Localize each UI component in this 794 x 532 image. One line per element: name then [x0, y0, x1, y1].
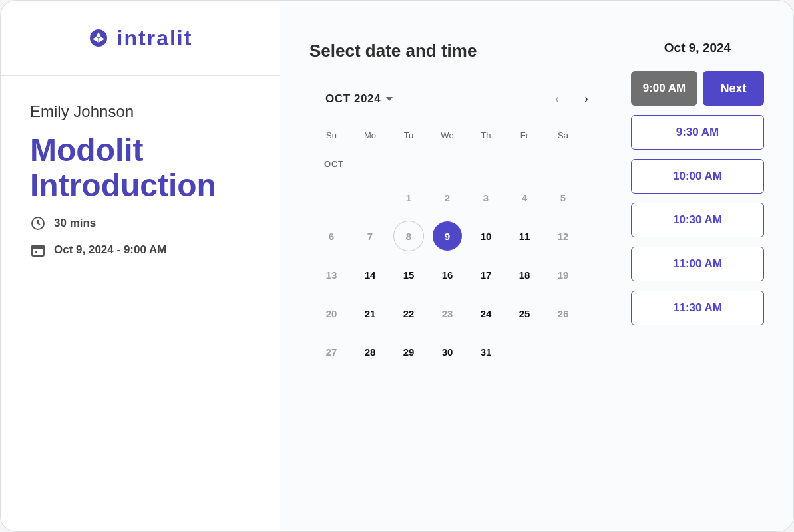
event-duration-row: 30 mins: [30, 215, 250, 231]
event-title: Modolit Introduction: [30, 133, 250, 203]
calendar-day: 2: [428, 178, 467, 217]
calendar-day[interactable]: 16: [428, 255, 467, 294]
month-label: OCT 2024: [325, 92, 381, 106]
host-name: Emily Johnson: [30, 102, 250, 121]
next-button[interactable]: Next: [703, 71, 764, 106]
calendar-nav: ‹ ›: [546, 88, 598, 110]
event-sidebar: intralit Emily Johnson Modolit Introduct…: [1, 1, 280, 531]
calendar-day[interactable]: 15: [389, 255, 428, 294]
timeslot-row: 10:00 AM: [631, 159, 764, 194]
calendar-day[interactable]: 17: [467, 255, 505, 294]
calendar-day: 7: [351, 217, 389, 255]
event-datetime: Oct 9, 2024 - 9:00 AM: [54, 243, 166, 257]
scheduler-app: intralit Emily Johnson Modolit Introduct…: [0, 0, 794, 532]
calendar-day[interactable]: 18: [505, 255, 544, 294]
calendar-day[interactable]: 11: [505, 217, 544, 255]
timeslot-list: 9:00 AMNext9:30 AM10:00 AM10:30 AM11:00 …: [631, 71, 764, 325]
calendar-day[interactable]: 30: [428, 332, 467, 371]
event-datetime-row: Oct 9, 2024 - 9:00 AM: [30, 242, 250, 258]
svg-rect-2: [32, 245, 44, 249]
dow-header: Tu: [389, 124, 428, 150]
calendar-day: 3: [467, 178, 505, 217]
calendar-day[interactable]: 14: [351, 255, 389, 294]
timeslot-row: 11:00 AM: [631, 247, 764, 281]
brand-logo-icon: [88, 27, 109, 49]
calendar-day[interactable]: 24: [467, 294, 505, 332]
dow-header: Sa: [544, 124, 582, 150]
calendar-day: 13: [312, 255, 351, 294]
timeslot-row: 9:30 AM: [631, 115, 764, 150]
month-select[interactable]: OCT 2024: [325, 92, 393, 106]
dow-header: Th: [467, 124, 505, 150]
timeslot-row: 10:30 AM: [631, 203, 764, 237]
next-month-button[interactable]: ›: [575, 88, 598, 110]
timeslot-option[interactable]: 10:30 AM: [631, 203, 764, 237]
calendar-day: 8: [389, 217, 428, 255]
calendar-day[interactable]: 28: [351, 332, 389, 371]
timeslot-option[interactable]: 11:30 AM: [631, 291, 764, 325]
timeslot-area: Oct 9, 2024 9:00 AMNext9:30 AM10:00 AM10…: [631, 41, 764, 531]
picker-panel: Select date and time OCT 2024 ‹ › SuMoTu…: [280, 1, 793, 531]
calendar-day: 27: [312, 332, 351, 371]
calendar-day: 6: [312, 217, 351, 255]
calendar-day[interactable]: 21: [351, 294, 389, 332]
calendar-header: OCT 2024 ‹ ›: [309, 88, 607, 110]
calendar-day: 1: [389, 178, 428, 217]
calendar-day: 19: [544, 255, 582, 294]
calendar-day: 23: [428, 294, 467, 332]
calendar-area: Select date and time OCT 2024 ‹ › SuMoTu…: [309, 41, 607, 531]
event-duration: 30 mins: [54, 217, 96, 230]
event-details: Emily Johnson Modolit Introduction 30 mi…: [1, 76, 280, 295]
calendar-day[interactable]: 25: [505, 294, 544, 332]
calendar-day[interactable]: 9: [428, 217, 467, 255]
calendar-day: 12: [544, 217, 582, 255]
timeslot-row: 11:30 AM: [631, 291, 764, 325]
month-tag: OCT: [312, 150, 582, 178]
brand-bar: intralit: [1, 1, 280, 76]
calendar-day: 5: [544, 178, 582, 217]
calendar-day[interactable]: 31: [467, 332, 505, 371]
clock-icon: [30, 215, 46, 231]
timeslot-option[interactable]: 9:30 AM: [631, 115, 764, 150]
dow-header: Su: [312, 124, 351, 150]
calendar-icon: [30, 242, 46, 258]
dow-header: We: [428, 124, 467, 150]
selected-date: Oct 9, 2024: [631, 41, 764, 55]
calendar-grid: SuMoTuWeThFrSaOCT12345678910111213141516…: [309, 124, 607, 371]
chevron-down-icon: [386, 97, 393, 101]
picker-heading: Select date and time: [309, 41, 607, 61]
calendar-day: 26: [544, 294, 582, 332]
dow-header: Fr: [505, 124, 544, 150]
svg-rect-3: [35, 251, 37, 253]
timeslot-selected[interactable]: 9:00 AM: [631, 71, 697, 106]
calendar-day: 20: [312, 294, 351, 332]
calendar-day[interactable]: 10: [467, 217, 505, 255]
brand-name: intralit: [117, 26, 193, 51]
calendar-day[interactable]: 29: [389, 332, 428, 371]
timeslot-option[interactable]: 11:00 AM: [631, 247, 764, 281]
timeslot-option[interactable]: 10:00 AM: [631, 159, 764, 194]
calendar-day: 4: [505, 178, 544, 217]
calendar-day[interactable]: 22: [389, 294, 428, 332]
timeslot-row: 9:00 AMNext: [631, 71, 764, 106]
prev-month-button[interactable]: ‹: [546, 88, 568, 110]
dow-header: Mo: [351, 124, 389, 150]
